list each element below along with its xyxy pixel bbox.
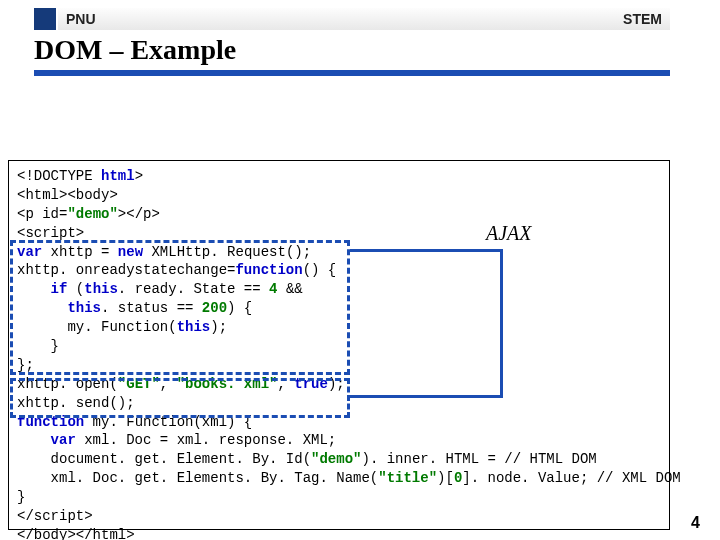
slide-title: DOM – Example xyxy=(34,34,236,66)
code-line: <html><body> xyxy=(17,187,118,203)
code-line: }; xyxy=(17,357,34,373)
code-line: xhttp. open("GET", "books. xml", true); xyxy=(17,376,345,392)
code-line: <script> xyxy=(17,225,84,241)
code-line: <p id="demo"></p> xyxy=(17,206,160,222)
page-number: 4 xyxy=(691,514,700,532)
header-left-label: PNU xyxy=(66,11,96,27)
code-line: document. get. Element. By. Id("demo"). … xyxy=(17,451,597,467)
code-line: my. Function(this); xyxy=(17,319,227,335)
code-line: this. status == 200) { xyxy=(17,300,252,316)
title-underline xyxy=(34,70,670,76)
code-line: var xml. Doc = xml. response. XML; xyxy=(17,432,336,448)
code-line: <!DOCTYPE html> xyxy=(17,168,143,184)
code-line: var xhttp = new XMLHttp. Request(); xyxy=(17,244,311,260)
header-accent-square xyxy=(34,8,56,30)
code-line: </script> xyxy=(17,508,93,524)
code-line: xhttp. onreadystatechange=function() { xyxy=(17,262,336,278)
header-right-label: STEM xyxy=(623,11,662,27)
callout-connector xyxy=(500,249,503,397)
callout-connector xyxy=(350,395,503,398)
code-line: } xyxy=(17,489,25,505)
code-line: xml. Doc. get. Elements. By. Tag. Name("… xyxy=(17,470,681,486)
code-line: } xyxy=(17,338,59,354)
callout-connector xyxy=(350,249,500,252)
code-line: if (this. ready. State == 4 && xyxy=(17,281,303,297)
code-line: function my. Function(xml) { xyxy=(17,414,252,430)
code-example-box: <!DOCTYPE html> <html><body> <p id="demo… xyxy=(8,160,670,530)
code-line: xhttp. send(); xyxy=(17,395,135,411)
slide-header: PNU STEM xyxy=(58,8,670,30)
code-line: </body></html> xyxy=(17,527,135,540)
ajax-callout-label: AJAX xyxy=(486,222,532,245)
